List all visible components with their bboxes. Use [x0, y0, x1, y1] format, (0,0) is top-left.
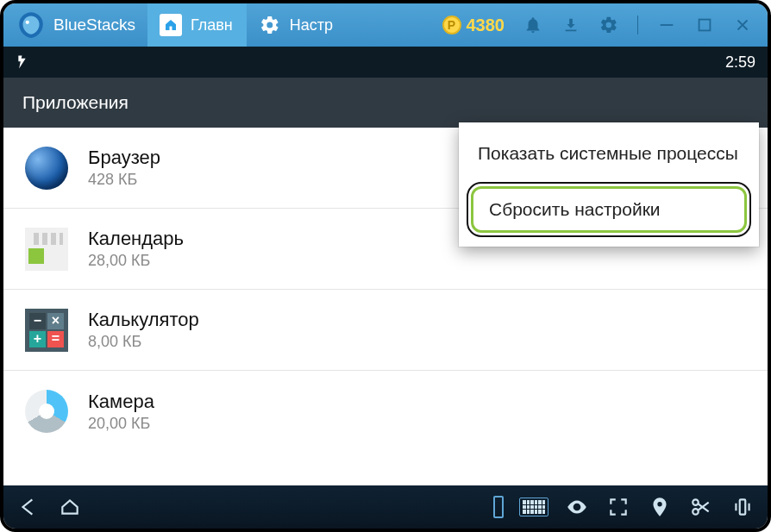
portrait-indicator-icon[interactable] [493, 496, 504, 518]
titlebar-left: BlueStacks Главн Настр [3, 3, 347, 47]
android-surface: 2:59 Приложения Браузер 428 КБ Календарь… [3, 47, 768, 485]
calculator-app-icon: −×+= [24, 308, 69, 353]
bluestacks-logo-icon [16, 9, 47, 41]
apps-header-title: Приложения [22, 92, 128, 113]
settings-gear-icon[interactable] [599, 16, 618, 34]
svg-rect-1 [661, 24, 674, 26]
titlebar: BlueStacks Главн Настр P 4380 [3, 3, 768, 47]
home-nav-icon[interactable] [57, 494, 83, 520]
calendar-app-icon [24, 227, 69, 272]
tab-home-label: Главн [191, 16, 233, 34]
app-size: 20,00 КБ [88, 415, 154, 433]
maximize-icon[interactable] [695, 16, 714, 34]
brand-label: BlueStacks [53, 16, 147, 34]
titlebar-divider [637, 16, 638, 34]
app-name: Камера [88, 391, 154, 413]
coin-amount: 4380 [467, 16, 505, 35]
app-row-text: Браузер 428 КБ [88, 147, 160, 189]
app-row-text: Календарь 28,00 КБ [88, 228, 184, 270]
close-icon[interactable] [733, 16, 752, 34]
app-size: 28,00 КБ [88, 252, 184, 270]
android-navbar [3, 485, 768, 529]
tab-home[interactable]: Главн [147, 3, 247, 47]
app-row-text: Калькулятор 8,00 КБ [88, 309, 199, 351]
android-status-bar: 2:59 [3, 47, 768, 78]
camera-app-icon [24, 389, 69, 434]
app-row[interactable]: −×+= Калькулятор 8,00 КБ [3, 290, 768, 371]
keyboard-icon[interactable] [519, 498, 548, 516]
location-icon[interactable] [647, 494, 673, 520]
app-name: Календарь [88, 228, 184, 250]
app-window: BlueStacks Главн Настр P 4380 [0, 0, 771, 532]
tab-settings[interactable]: Настр [247, 3, 347, 47]
shake-icon[interactable] [730, 494, 755, 520]
browser-app-icon [24, 146, 69, 191]
overflow-menu: Показать системные процессы Сбросить нас… [459, 122, 759, 247]
app-name: Браузер [88, 147, 160, 169]
minimize-icon[interactable] [657, 16, 676, 34]
status-clock: 2:59 [725, 53, 755, 72]
coin-counter[interactable]: P 4380 [442, 16, 505, 35]
bell-icon[interactable] [523, 16, 542, 34]
menu-show-system-processes[interactable]: Показать системные процессы [459, 128, 759, 179]
titlebar-controls: P 4380 [442, 3, 768, 47]
eye-icon[interactable] [564, 494, 590, 520]
tab-settings-label: Настр [290, 16, 333, 34]
apps-header: Приложения [3, 78, 768, 128]
svg-rect-5 [740, 499, 746, 514]
app-size: 428 КБ [88, 171, 160, 189]
fullscreen-icon[interactable] [605, 494, 631, 520]
svg-point-0 [26, 21, 29, 24]
home-icon [160, 14, 182, 36]
scissors-icon[interactable] [688, 494, 714, 520]
app-row-text: Камера 20,00 КБ [88, 391, 154, 433]
app-name: Калькулятор [88, 309, 199, 331]
download-icon[interactable] [561, 16, 580, 34]
app-row[interactable]: Камера 20,00 КБ [3, 371, 768, 452]
back-icon[interactable] [16, 494, 41, 520]
gear-icon [259, 14, 281, 36]
svg-rect-2 [699, 20, 711, 31]
status-notification-icon [16, 53, 33, 71]
menu-reset-settings[interactable]: Сбросить настройки [471, 186, 747, 233]
coin-icon: P [442, 16, 461, 34]
app-size: 8,00 КБ [88, 333, 199, 351]
